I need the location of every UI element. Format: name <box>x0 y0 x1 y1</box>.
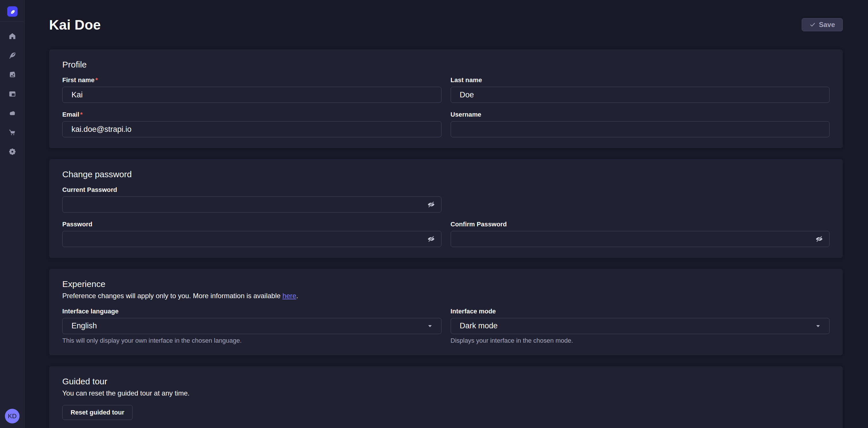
strapi-logo-glyph <box>9 8 16 15</box>
experience-grid: Interface language English This will onl… <box>62 308 830 344</box>
last-name-field: Last name <box>451 77 830 103</box>
save-button-label: Save <box>819 21 835 29</box>
new-password-label: Password <box>62 221 441 228</box>
cart-icon <box>8 129 17 137</box>
eye-slash-icon <box>427 235 435 243</box>
username-label: Username <box>451 111 830 118</box>
change-password-heading: Change password <box>62 169 830 179</box>
toggle-current-password-visibility-button[interactable] <box>425 198 437 211</box>
guided-tour-card: Guided tour You can reset the guided tou… <box>49 366 843 428</box>
interface-mode-hint: Displays your interface in the chosen mo… <box>451 337 830 344</box>
sidebar-item-home[interactable] <box>8 32 17 40</box>
first-name-input[interactable] <box>62 87 441 103</box>
sidebar-item-marketplace[interactable] <box>8 128 17 137</box>
guided-tour-heading: Guided tour <box>62 377 830 387</box>
required-asterisk: * <box>95 77 98 84</box>
toggle-new-password-visibility-button[interactable] <box>425 233 437 245</box>
toggle-confirm-password-visibility-button[interactable] <box>813 233 826 245</box>
sidebar: KD <box>0 0 25 428</box>
check-icon <box>809 22 816 28</box>
username-input[interactable] <box>451 121 830 137</box>
chevron-down-icon <box>427 323 433 329</box>
password-grid: Current Password Password <box>62 186 830 247</box>
save-button[interactable]: Save <box>802 18 843 31</box>
guided-tour-description: You can reset the guided tour at any tim… <box>62 389 830 398</box>
chevron-down-icon <box>815 323 821 329</box>
last-name-label: Last name <box>451 77 830 84</box>
profile-grid: First name* Last name Email* Username <box>62 77 830 137</box>
profile-card: Profile First name* Last name Email* Use… <box>49 49 843 148</box>
interface-mode-label: Interface mode <box>451 308 830 315</box>
first-name-field: First name* <box>62 77 441 103</box>
first-name-label: First name* <box>62 77 441 84</box>
interface-language-label: Interface language <box>62 308 441 315</box>
change-password-card: Change password Current Password <box>49 159 843 258</box>
sidebar-nav <box>8 32 17 156</box>
cloud-icon <box>8 109 17 117</box>
profile-heading: Profile <box>62 60 830 69</box>
email-input[interactable] <box>62 121 441 137</box>
gear-icon <box>8 148 17 156</box>
sidebar-item-media-library[interactable] <box>8 70 17 79</box>
confirm-password-field: Confirm Password <box>451 221 830 247</box>
email-label: Email* <box>62 111 441 118</box>
sidebar-item-deploy[interactable] <box>8 109 17 117</box>
page-header: Kai Doe Save <box>49 0 843 36</box>
layout-icon <box>8 90 17 98</box>
home-icon <box>8 32 17 40</box>
experience-heading: Experience <box>62 279 830 289</box>
interface-language-value: English <box>71 321 97 330</box>
required-asterisk: * <box>80 111 83 118</box>
reset-guided-tour-button[interactable]: Reset guided tour <box>62 405 133 420</box>
experience-card: Experience Preference changes will apply… <box>49 269 843 355</box>
sidebar-item-settings[interactable] <box>8 147 17 156</box>
sidebar-item-content-type-builder[interactable] <box>8 90 17 98</box>
last-name-input[interactable] <box>451 87 830 103</box>
more-information-link[interactable]: here <box>282 292 296 299</box>
confirm-password-input[interactable] <box>451 231 830 247</box>
experience-description: Preference changes will apply only to yo… <box>62 292 830 300</box>
sidebar-item-content-manager[interactable] <box>8 51 17 60</box>
interface-mode-value: Dark mode <box>460 321 498 330</box>
interface-mode-select[interactable]: Dark mode <box>451 318 830 334</box>
images-icon <box>8 71 17 79</box>
new-password-field: Password <box>62 221 441 247</box>
current-password-input[interactable] <box>62 197 441 212</box>
email-field: Email* <box>62 111 441 137</box>
interface-language-field: Interface language English This will onl… <box>62 308 441 344</box>
user-avatar[interactable]: KD <box>5 409 20 423</box>
feather-icon <box>8 51 17 59</box>
page-title: Kai Doe <box>49 17 101 33</box>
sidebar-divider <box>0 21 24 22</box>
interface-language-hint: This will only display your own interfac… <box>62 337 441 344</box>
strapi-logo[interactable] <box>7 6 18 17</box>
eye-slash-icon <box>427 200 435 209</box>
main-content: Kai Doe Save Profile First name* Last na… <box>25 0 868 428</box>
current-password-field: Current Password <box>62 186 441 212</box>
username-field: Username <box>451 111 830 137</box>
eye-slash-icon <box>815 235 824 243</box>
confirm-password-label: Confirm Password <box>451 221 830 228</box>
interface-language-select[interactable]: English <box>62 318 441 334</box>
interface-mode-field: Interface mode Dark mode Displays your i… <box>451 308 830 344</box>
new-password-input[interactable] <box>62 231 441 247</box>
current-password-label: Current Password <box>62 186 441 194</box>
